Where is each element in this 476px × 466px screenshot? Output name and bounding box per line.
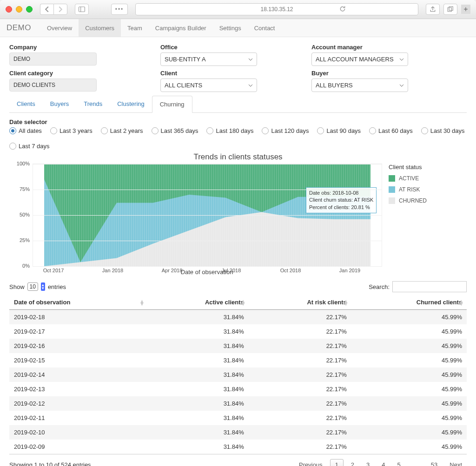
- legend-item-active[interactable]: ACTIVE: [389, 175, 449, 182]
- radio-icon: [50, 127, 57, 134]
- table-row: 2019-02-1631.84%22.17%45.99%: [9, 339, 467, 353]
- table-row: 2019-02-1231.84%22.17%45.99%: [9, 396, 467, 411]
- buyer-select[interactable]: ALL BUYERS: [311, 79, 408, 92]
- legend-item-churned[interactable]: CHURNED: [389, 197, 449, 204]
- nav-settings[interactable]: Settings: [213, 19, 248, 37]
- radio-last-2-years[interactable]: Last 2 years: [101, 127, 143, 134]
- entries-select[interactable]: 10: [27, 282, 38, 291]
- chart-plot[interactable]: Percent of clients Date obs: 2018-10-08 …: [9, 164, 382, 276]
- minimize-icon[interactable]: [16, 6, 22, 13]
- search-input[interactable]: [392, 281, 467, 292]
- x-tick: Jan 2018: [102, 268, 123, 273]
- page-53[interactable]: 53: [426, 459, 442, 466]
- x-axis-label: Date of observation: [33, 269, 381, 276]
- tab-buyers[interactable]: Buyers: [43, 96, 76, 112]
- x-tick: Jan 2019: [339, 268, 360, 273]
- entries-stepper-icon[interactable]: ▴▾: [41, 282, 45, 291]
- radio-last-60-days[interactable]: Last 60 days: [369, 127, 413, 134]
- table-row: 2019-02-1831.84%22.17%45.99%: [9, 310, 467, 325]
- chevron-down-icon: [399, 57, 404, 62]
- nav-contact[interactable]: Contact: [248, 19, 282, 37]
- chevron-down-icon: [399, 83, 404, 88]
- y-tick: 100%: [9, 161, 30, 166]
- data-table: Date of observation▲▼Active clients▲▼At …: [9, 295, 467, 454]
- table-row: 2019-02-1531.84%22.17%45.99%: [9, 353, 467, 368]
- chart-legend: Client status ACTIVEAT RISKCHURNED: [389, 164, 449, 209]
- tab-churning[interactable]: Churning: [152, 96, 192, 113]
- tab-clients[interactable]: Clients: [9, 96, 43, 112]
- back-button[interactable]: [40, 4, 53, 15]
- company-value: DEMO: [9, 53, 97, 66]
- radio-last-30-days[interactable]: Last 30 days: [421, 127, 465, 134]
- chart-tooltip: Date obs: 2018-10-08 Client churn status…: [306, 187, 377, 213]
- page-previous[interactable]: Previous: [294, 459, 327, 466]
- maximize-icon[interactable]: [26, 6, 33, 13]
- tab-clustering[interactable]: Clustering: [110, 96, 152, 112]
- url-bar[interactable]: 18.130.35.12: [135, 3, 418, 15]
- chart-title: Trends in clients statuses: [9, 152, 467, 162]
- radio-last-7-days[interactable]: Last 7 days: [9, 143, 50, 150]
- app-window: ••• 18.130.35.12 + DEMO OverviewCustomer…: [0, 0, 476, 466]
- y-tick: 50%: [9, 212, 30, 217]
- table-info: Showing 1 to 10 of 524 entries: [9, 461, 91, 466]
- radio-icon: [9, 127, 16, 134]
- nav-team[interactable]: Team: [121, 19, 149, 37]
- radio-last-180-days[interactable]: Last 180 days: [206, 127, 253, 134]
- radio-icon: [262, 127, 269, 134]
- page-1[interactable]: 1: [330, 459, 344, 466]
- svg-rect-0: [79, 7, 85, 12]
- legend-item-at-risk[interactable]: AT RISK: [389, 186, 449, 193]
- radio-last-90-days[interactable]: Last 90 days: [317, 127, 361, 134]
- radio-last-365-days[interactable]: Last 365 days: [152, 127, 198, 134]
- chart-row: Percent of clients Date obs: 2018-10-08 …: [9, 164, 467, 276]
- nav-history-buttons: [40, 4, 67, 15]
- client-label: Client: [160, 70, 298, 77]
- col-at-risk-clients[interactable]: At risk clients▲▼: [249, 295, 351, 310]
- page-2[interactable]: 2: [346, 459, 359, 466]
- page-5[interactable]: 5: [393, 459, 405, 466]
- tab-trends[interactable]: Trends: [76, 96, 110, 112]
- datatable-controls: Show 10 ▴▾ entries Search:: [9, 281, 467, 292]
- radio-last-3-years[interactable]: Last 3 years: [50, 127, 93, 134]
- legend-swatch-icon: [389, 186, 395, 193]
- radio-icon: [206, 127, 213, 134]
- reload-icon[interactable]: [339, 6, 346, 12]
- nav-campaigns-builder[interactable]: Campaigns Builder: [149, 19, 213, 37]
- titlebar: ••• 18.130.35.12 +: [0, 0, 476, 19]
- radio-icon: [369, 127, 376, 134]
- sort-icon: ▲▼: [139, 300, 145, 305]
- nav-customers[interactable]: Customers: [79, 19, 121, 37]
- nav-overview[interactable]: Overview: [40, 19, 79, 37]
- legend-title: Client status: [389, 164, 449, 171]
- office-select[interactable]: SUB-ENTITY A: [160, 53, 257, 66]
- col-active-clients[interactable]: Active clients▲▼: [147, 295, 249, 310]
- radio-last-120-days[interactable]: Last 120 days: [262, 127, 309, 134]
- table-row: 2019-02-1431.84%22.17%45.99%: [9, 368, 467, 382]
- page-4[interactable]: 4: [377, 459, 390, 466]
- share-button[interactable]: [426, 4, 440, 15]
- col-churned-clients[interactable]: Churned clients▲▼: [351, 295, 467, 310]
- y-tick: 75%: [9, 186, 30, 192]
- tabs-button[interactable]: [443, 4, 457, 15]
- legend-swatch-icon: [389, 175, 395, 182]
- entries-suffix: entries: [48, 283, 66, 290]
- acctmgr-select[interactable]: ALL ACCOUNT MANAGERS: [311, 53, 408, 66]
- page-3[interactable]: 3: [362, 459, 374, 466]
- page-next[interactable]: Next: [445, 459, 467, 466]
- forward-button[interactable]: [53, 4, 67, 15]
- svg-rect-3: [449, 7, 453, 10]
- sort-icon: ▲▼: [241, 300, 246, 305]
- close-icon[interactable]: [6, 6, 12, 13]
- col-date-of-observation[interactable]: Date of observation▲▼: [9, 295, 147, 310]
- legend-swatch-icon: [389, 197, 395, 204]
- window-controls: [6, 6, 33, 13]
- date-selector-label: Date selector: [9, 118, 467, 125]
- sidebar-button[interactable]: [75, 4, 89, 15]
- pager: Previous12345…53Next: [294, 459, 467, 466]
- date-selector-radios: All datesLast 3 yearsLast 2 yearsLast 36…: [9, 127, 467, 150]
- client-select[interactable]: ALL CLIENTS: [160, 79, 257, 92]
- radio-all-dates[interactable]: All dates: [9, 127, 42, 134]
- x-tick: Oct 2018: [280, 268, 301, 273]
- new-tab-button[interactable]: +: [461, 5, 470, 14]
- extensions-button[interactable]: •••: [111, 4, 128, 15]
